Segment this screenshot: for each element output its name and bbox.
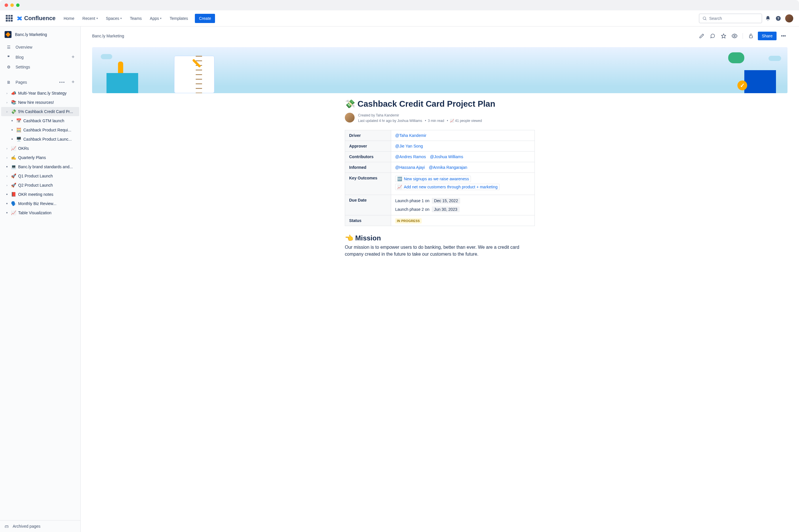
share-button[interactable]: Share <box>758 32 777 40</box>
bullet-icon[interactable]: • <box>5 192 9 197</box>
page-emoji: 🧮 <box>16 127 22 133</box>
product-logo[interactable]: Confluence <box>16 15 56 22</box>
bullet-icon[interactable]: • <box>10 127 14 133</box>
tree-item[interactable]: ›📚New hire resources! <box>1 98 79 107</box>
mention[interactable]: @Hassana Ajayi <box>395 165 425 170</box>
sidebar-pages-header[interactable]: 🗎Pages•••+ <box>2 77 78 88</box>
tree-item[interactable]: •🧮Cashback Product Requi... <box>1 126 79 135</box>
tree-item-label: Multi-Year Banc.ly Strategy <box>18 91 67 95</box>
nav-teams[interactable]: Teams <box>126 14 145 23</box>
tree-item[interactable]: ›🚀Q1 Product Launch <box>1 171 79 180</box>
expand-icon[interactable]: › <box>5 92 9 95</box>
nav-templates[interactable]: Templates <box>166 14 192 23</box>
sidebar-settings[interactable]: ⚙Settings <box>2 62 78 72</box>
more-actions-icon[interactable]: ••• <box>779 32 787 40</box>
nav-spaces[interactable]: Spaces▾ <box>103 14 126 23</box>
expand-icon[interactable]: › <box>5 110 9 113</box>
expand-icon[interactable]: › <box>5 174 9 178</box>
page-emoji: 🚀 <box>11 183 16 188</box>
sidebar-blog[interactable]: ❞Blog+ <box>2 52 78 62</box>
tree-item-label: Q2 Product Launch <box>18 183 53 188</box>
bullet-icon[interactable]: • <box>5 210 9 215</box>
bullet-icon[interactable]: • <box>10 118 14 124</box>
expand-icon[interactable]: › <box>5 184 9 187</box>
bullet-icon[interactable]: • <box>5 201 9 206</box>
tree-item[interactable]: •🗣️Monthly Biz Review... <box>1 199 79 208</box>
linked-page[interactable]: 📈Add net new customers through product +… <box>395 184 500 190</box>
bullet-icon[interactable]: • <box>10 137 14 142</box>
tree-item[interactable]: •💻Banc.ly brand standards and... <box>1 162 79 171</box>
nav-apps[interactable]: Apps▾ <box>146 14 165 23</box>
page-emoji: 💸 <box>11 109 16 114</box>
tree-item-label: Quarterly Plans <box>18 155 46 160</box>
search-icon <box>702 16 707 21</box>
watch-icon[interactable] <box>730 32 739 40</box>
more-icon[interactable]: ••• <box>59 80 65 84</box>
chevron-down-icon: ▾ <box>96 17 98 20</box>
tree-item[interactable]: ›📈OKRs <box>1 144 79 153</box>
tree-item[interactable]: •🖥️Cashback Product Launc... <box>1 135 79 144</box>
page-emoji: 📅 <box>16 118 22 124</box>
nav-recent[interactable]: Recent▾ <box>79 14 101 23</box>
add-icon[interactable]: + <box>71 79 75 85</box>
mission-text: Our mission is to empower users to do ba… <box>345 244 535 258</box>
tree-item[interactable]: ›✍️Quarterly Plans <box>1 153 79 162</box>
mention[interactable]: @Taha Kandemir <box>395 133 426 138</box>
search-input[interactable]: Search <box>699 14 762 23</box>
tree-item-label: Cashback GTM launch <box>23 118 64 123</box>
page-emoji: 🗣️ <box>11 201 16 206</box>
archived-pages[interactable]: 🗃 Archived pages <box>0 520 80 532</box>
user-avatar[interactable] <box>785 14 793 22</box>
edit-icon[interactable] <box>698 32 706 40</box>
minimize-window-icon[interactable] <box>11 3 14 7</box>
mention[interactable]: @Joshua Williams <box>430 154 463 159</box>
date-chip[interactable]: Jun 30, 2023 <box>432 207 460 212</box>
blog-icon: ❞ <box>6 55 12 59</box>
maximize-window-icon[interactable] <box>16 3 20 7</box>
tree-item[interactable]: •📅Cashback GTM launch <box>1 116 79 126</box>
sidebar-overview[interactable]: ☰Overview <box>2 42 78 52</box>
space-header[interactable]: Banc.ly Marketing <box>0 26 80 41</box>
tree-item[interactable]: •📈Table Visualization <box>1 208 79 217</box>
help-icon[interactable]: ? <box>774 14 783 23</box>
close-window-icon[interactable] <box>5 3 8 7</box>
comments-icon[interactable] <box>709 32 717 40</box>
date-chip[interactable]: Dec 15, 2022 <box>432 198 460 204</box>
page-emoji: 💻 <box>11 164 16 169</box>
confluence-icon <box>16 15 23 22</box>
mention[interactable]: @Annika Rangarajan <box>429 165 467 170</box>
top-nav: Confluence Home Recent▾ Spaces▾ Teams Ap… <box>0 11 799 26</box>
mention[interactable]: @Jie Yan Song <box>395 144 423 148</box>
title-emoji: 💸 <box>345 99 355 109</box>
create-button[interactable]: Create <box>195 14 215 23</box>
editor-name[interactable]: Joshua Williams <box>397 119 422 123</box>
restrictions-icon[interactable] <box>747 32 755 40</box>
tree-item[interactable]: ›📣Multi-Year Banc.ly Strategy <box>1 89 79 98</box>
author-name[interactable]: Taha Kandemir <box>376 113 399 117</box>
expand-icon[interactable]: › <box>5 101 9 104</box>
app-switcher-icon[interactable] <box>6 15 13 22</box>
notifications-icon[interactable] <box>763 14 773 23</box>
tree-item-label: New hire resources! <box>18 100 54 105</box>
project-info-table: Driver@Taha Kandemir Approver@Jie Yan So… <box>345 130 535 226</box>
tree-item[interactable]: •📕OKR meeting notes <box>1 190 79 199</box>
expand-icon[interactable]: › <box>5 156 9 159</box>
author-avatar[interactable] <box>345 113 355 122</box>
expand-icon[interactable]: › <box>5 147 9 150</box>
tree-item-label: Monthly Biz Review... <box>18 201 56 206</box>
bullet-icon[interactable]: • <box>5 164 9 169</box>
breadcrumb[interactable]: Banc.ly Marketing <box>92 34 124 38</box>
tree-item[interactable]: ›🚀Q2 Product Launch <box>1 180 79 190</box>
add-icon[interactable]: + <box>71 54 75 60</box>
page-emoji: 📈 <box>11 146 16 151</box>
overview-icon: ☰ <box>6 45 12 50</box>
svg-rect-6 <box>749 36 752 38</box>
tree-item[interactable]: ›💸5% Cashback Credit Card Pr... <box>1 107 79 116</box>
section-heading: 👈Mission <box>345 234 535 242</box>
page-header-image <box>92 47 787 93</box>
nav-home[interactable]: Home <box>60 14 78 23</box>
mention[interactable]: @Andres Ramos <box>395 154 426 159</box>
linked-page[interactable]: 🆕New signups as we raise awareness <box>395 176 471 182</box>
star-icon[interactable] <box>720 32 728 40</box>
product-name: Confluence <box>24 15 56 22</box>
